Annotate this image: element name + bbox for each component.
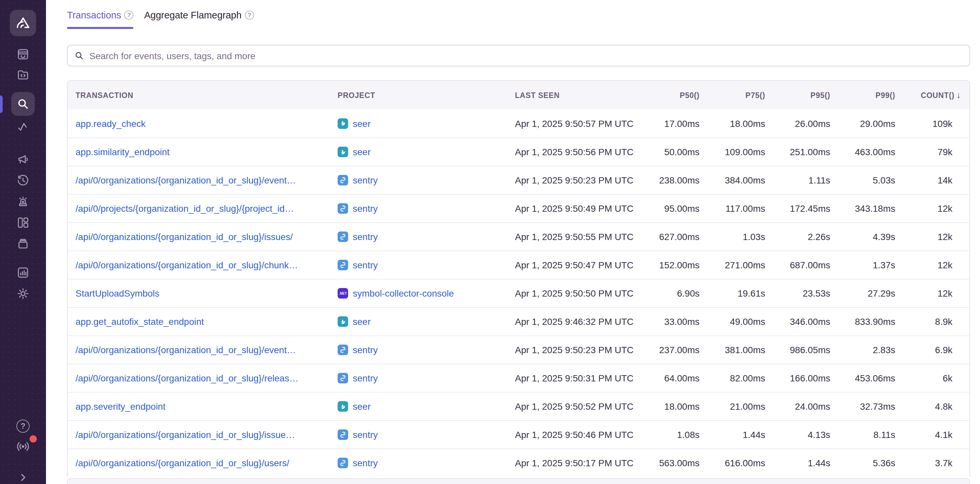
gear-icon[interactable] — [16, 287, 30, 300]
p99-cell: 5.03s — [835, 175, 900, 185]
stats-icon[interactable] — [16, 266, 30, 280]
dashboard-icon[interactable] — [16, 216, 30, 230]
transaction-link[interactable]: app.severity_endpoint — [76, 401, 165, 412]
p99-cell: 29.00ms — [835, 118, 900, 129]
table-footer-strip — [67, 478, 970, 484]
main-content: Transactions ? Aggregate Flamegraph ? TR… — [46, 0, 980, 484]
python-project-icon — [337, 203, 348, 214]
p99-cell: 1.37s — [835, 260, 900, 270]
help-circle-icon[interactable]: ? — [124, 11, 134, 20]
project-link[interactable]: seer — [353, 147, 371, 157]
help-circle-icon[interactable]: ? — [245, 11, 254, 20]
search-icon[interactable] — [11, 92, 35, 116]
project-link[interactable]: sentry — [353, 373, 378, 383]
sort-descending-icon[interactable]: ↓ — [956, 90, 961, 100]
p95-cell: 986.05ms — [770, 345, 835, 355]
project-link[interactable]: sentry — [353, 430, 378, 440]
p75-cell: 109.00ms — [704, 147, 770, 157]
history-icon[interactable] — [16, 174, 30, 187]
project-link[interactable]: symbol-collector-console — [353, 288, 454, 299]
last-seen-cell: Apr 1, 2025 9:50:57 PM UTC — [515, 118, 640, 129]
p75-cell: 1.44s — [704, 430, 770, 440]
p99-cell: 27.29s — [835, 288, 900, 299]
p50-cell: 17.00ms — [640, 118, 704, 129]
p95-cell: 1.44s — [770, 458, 835, 468]
col-header-last-seen[interactable]: LAST SEEN — [515, 91, 640, 99]
last-seen-cell: Apr 1, 2025 9:46:32 PM UTC — [515, 316, 640, 327]
python-project-icon — [337, 373, 348, 383]
col-header-p95[interactable]: P95() — [770, 91, 835, 99]
code-folder-icon[interactable] — [16, 68, 30, 81]
seer-project-icon — [337, 118, 348, 129]
p95-cell: 23.53s — [770, 288, 835, 299]
search-input[interactable] — [89, 50, 963, 61]
last-seen-cell: Apr 1, 2025 9:50:55 PM UTC — [515, 232, 640, 242]
project-link[interactable]: sentry — [353, 203, 378, 214]
col-header-p75[interactable]: P75() — [704, 91, 770, 99]
p50-cell: 238.00ms — [640, 175, 704, 185]
count-cell: 6.9k — [900, 345, 969, 355]
table-row: app.severity_endpoint seer Apr 1, 2025 9… — [68, 392, 969, 420]
project-link[interactable]: sentry — [353, 260, 378, 270]
transaction-link[interactable]: /api/0/organizations/{organization_id_or… — [76, 430, 295, 440]
transaction-link[interactable]: app.ready_check — [76, 118, 145, 129]
tab-transactions[interactable]: Transactions ? — [67, 10, 134, 29]
help-icon[interactable]: ? — [16, 420, 30, 433]
p50-cell: 95.00ms — [640, 203, 704, 214]
p95-cell: 687.00ms — [770, 260, 835, 270]
pulse-icon[interactable] — [16, 120, 30, 134]
last-seen-cell: Apr 1, 2025 9:50:23 PM UTC — [515, 175, 640, 185]
archive-icon[interactable] — [16, 237, 30, 251]
transaction-link[interactable]: /api/0/organizations/{organization_id_or… — [76, 458, 290, 468]
transaction-link[interactable]: /api/0/organizations/{organization_id_or… — [76, 232, 293, 242]
transaction-link[interactable]: app.get_autofix_state_endpoint — [76, 316, 204, 327]
search-bar[interactable] — [67, 45, 970, 66]
col-header-count[interactable]: COUNT() ↓ — [900, 90, 969, 100]
count-cell: 4.1k — [900, 430, 969, 440]
p75-cell: 117.00ms — [704, 203, 770, 214]
sentry-logo[interactable] — [10, 10, 36, 36]
project-link[interactable]: sentry — [353, 345, 378, 355]
table-row: /api/0/organizations/{organization_id_or… — [68, 420, 969, 449]
last-seen-cell: Apr 1, 2025 9:50:56 PM UTC — [515, 147, 640, 157]
project-link[interactable]: sentry — [353, 232, 378, 242]
p75-cell: 49.00ms — [704, 316, 770, 327]
p95-cell: 26.00ms — [770, 118, 835, 129]
python-project-icon — [337, 430, 348, 440]
p95-cell: 1.11s — [770, 175, 835, 185]
project-link[interactable]: sentry — [353, 458, 378, 468]
project-link[interactable]: seer — [353, 316, 371, 327]
transaction-link[interactable]: StartUploadSymbols — [76, 288, 159, 299]
count-cell: 12k — [900, 288, 969, 299]
col-header-transaction[interactable]: TRANSACTION — [68, 91, 337, 99]
count-cell: 12k — [900, 232, 969, 242]
transaction-link[interactable]: /api/0/organizations/{organization_id_or… — [76, 175, 296, 185]
col-header-project[interactable]: PROJECT — [337, 91, 515, 99]
project-link[interactable]: seer — [353, 118, 371, 129]
project-link[interactable]: seer — [353, 401, 371, 412]
seer-project-icon — [337, 401, 348, 412]
col-header-p99[interactable]: P99() — [835, 91, 900, 99]
siren-icon[interactable] — [16, 195, 30, 208]
col-header-p50[interactable]: P50() — [640, 91, 704, 99]
transaction-link[interactable]: /api/0/organizations/{organization_id_or… — [76, 260, 298, 270]
p75-cell: 19.61s — [704, 288, 770, 299]
search-glass-icon — [74, 51, 84, 61]
transaction-link[interactable]: /api/0/organizations/{organization_id_or… — [76, 345, 296, 355]
p99-cell: 343.18ms — [835, 203, 900, 214]
broadcast-icon[interactable] — [16, 439, 30, 454]
transaction-link[interactable]: app.similarity_endpoint — [76, 147, 169, 157]
inbox-icon[interactable] — [16, 47, 30, 61]
project-link[interactable]: sentry — [353, 175, 378, 185]
p99-cell: 5.36s — [835, 458, 900, 468]
transaction-link[interactable]: /api/0/organizations/{organization_id_or… — [76, 373, 299, 383]
sidebar: ? — [0, 0, 46, 484]
count-cell: 8.9k — [900, 316, 969, 327]
transaction-link[interactable]: /api/0/projects/{organization_id_or_slug… — [76, 203, 294, 214]
expand-icon[interactable] — [17, 471, 29, 483]
p99-cell: 833.90ms — [835, 316, 900, 327]
megaphone-icon[interactable] — [16, 153, 30, 166]
seer-project-icon — [337, 147, 348, 157]
tab-aggregate-flamegraph[interactable]: Aggregate Flamegraph ? — [144, 10, 254, 29]
p50-cell: 1.08s — [640, 430, 704, 440]
